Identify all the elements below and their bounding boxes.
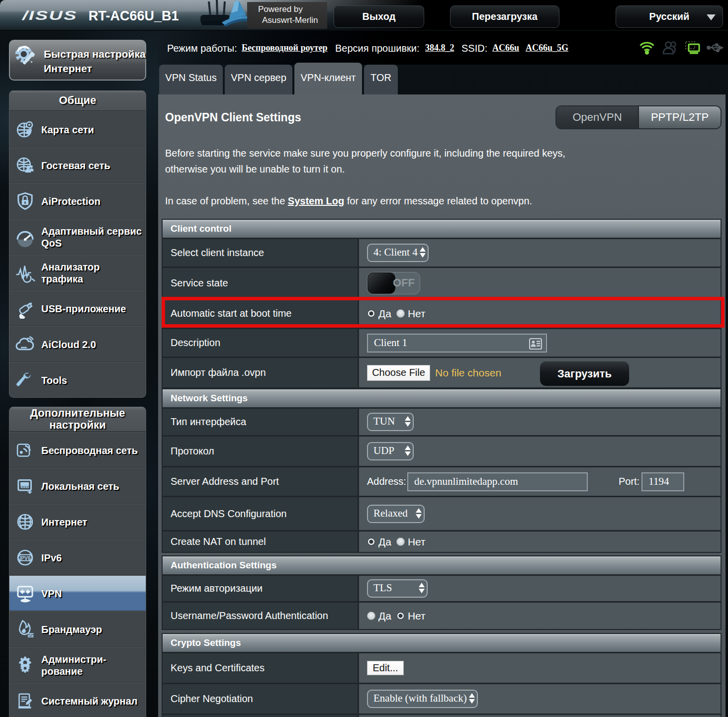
svg-text:IPV6: IPV6 <box>19 555 31 561</box>
